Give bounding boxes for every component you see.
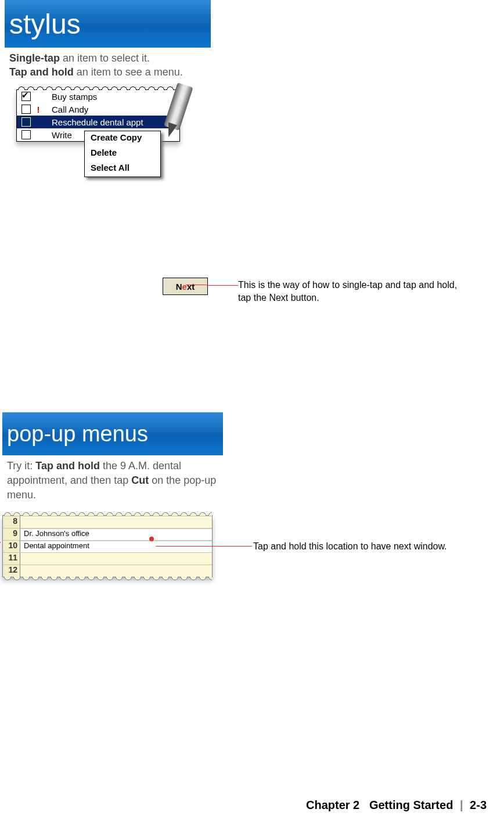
context-menu-item[interactable]: Select All (85, 161, 160, 177)
footer-page: 2-3 (470, 799, 487, 811)
recurrence-icon (0, 535, 1, 551)
figure-stylus: stylus Single-tap an item to select it. … (5, 0, 211, 142)
calendar-row[interactable]: 12 (3, 564, 212, 577)
footer-chapter: Chapter 2 (306, 799, 359, 811)
calendar-appointment (20, 516, 212, 528)
task-text: Buy stamps (52, 92, 179, 102)
footer-title: Getting Started (369, 799, 453, 811)
checkbox-icon[interactable] (21, 130, 31, 139)
calendar-annotation: Tap and hold this location to have next … (253, 541, 485, 552)
task-row[interactable]: ! Call Andy (17, 103, 179, 116)
figure-popup-menus: pop-up menus Try it: Tap and hold the 9 … (2, 412, 223, 577)
calendar-row[interactable]: 11 (3, 552, 212, 564)
checkbox-icon[interactable] (21, 92, 31, 101)
callout-line-icon (207, 285, 238, 286)
next-annotation: This is the way of how to single-tap and… (238, 279, 466, 304)
popup-banner-text: pop-up menus (7, 422, 148, 447)
calendar-row[interactable]: 8 (3, 516, 212, 528)
calendar-hour: 8 (3, 516, 20, 528)
calendar-hour: 11 (3, 553, 20, 564)
priority-icon: ! (35, 105, 41, 114)
stylus-caption: Single-tap an item to select it. Tap and… (9, 51, 208, 79)
next-button-wrapper: Next (163, 278, 208, 295)
footer-separator-icon: | (460, 799, 463, 811)
task-text: Reschedule dental appt (52, 117, 179, 127)
calendar-appointment (20, 553, 212, 564)
context-menu-item[interactable]: Create Copy (85, 131, 160, 146)
red-dot-icon: e (182, 282, 187, 292)
stylus-banner: stylus (5, 0, 211, 48)
calendar-hour: 9 (3, 528, 20, 540)
checkbox-icon[interactable] (21, 105, 31, 114)
popup-banner: pop-up menus (2, 412, 223, 455)
task-row[interactable]: Buy stamps (17, 90, 179, 103)
next-button[interactable]: Next (163, 278, 208, 295)
stylus-banner-text: stylus (9, 8, 81, 40)
callout-line-icon (156, 546, 252, 546)
page-footer: Chapter 2 Getting Started | 2-3 (306, 799, 487, 812)
context-menu[interactable]: Create Copy Delete Select All (84, 131, 161, 177)
popup-caption: Try it: Tap and hold the 9 A.M. dental a… (7, 459, 221, 502)
calendar-appointment (20, 565, 212, 577)
calendar-hour: 12 (3, 565, 20, 577)
calendar-appointment: Dr. Johnson's office (20, 528, 212, 540)
task-text: Call Andy (52, 105, 179, 114)
calendar-appointment: Dental appointment (20, 541, 212, 552)
task-list[interactable]: Buy stamps ! Call Andy Reschedule dental… (16, 89, 180, 142)
context-menu-item[interactable]: Delete (85, 146, 160, 161)
red-dot-icon (149, 537, 154, 541)
calendar-hour: 10 (3, 541, 20, 552)
checkbox-icon[interactable] (21, 117, 31, 127)
calendar-row[interactable]: 9 Dr. Johnson's office (3, 528, 212, 540)
task-row-selected[interactable]: Reschedule dental appt (17, 116, 179, 128)
